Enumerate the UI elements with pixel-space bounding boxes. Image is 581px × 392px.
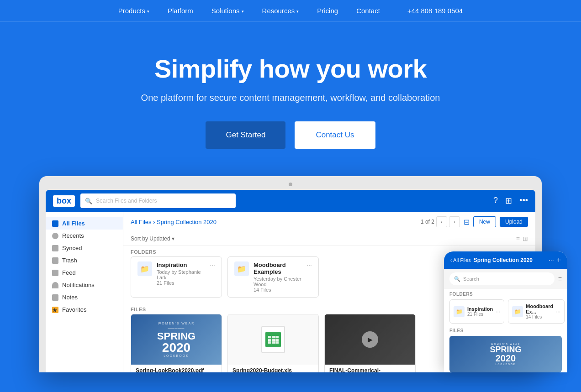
chevron-down-icon: ▾ (296, 9, 299, 14)
grid-view-icon[interactable]: ⊞ (523, 235, 528, 242)
mobile-folder-inspiration[interactable]: 📁 Inspiration 21 Files ··· (449, 299, 504, 324)
mobile-lookbook-label: LOOKBOOK (490, 363, 521, 366)
mobile-year-number: 2020 (490, 354, 521, 363)
box-header-icons: ? ⊞ ••• (493, 196, 528, 206)
mobile-folders-row: 📁 Inspiration 21 Files ··· 📁 Moodboard E… (444, 298, 567, 325)
breadcrumb-sep: › (153, 219, 157, 225)
mobile-search-area: 🔍 Search ≡ (444, 269, 567, 289)
mobile-file-spring-thumb[interactable]: WOMEN'S WEAR SPRING 2020 LOOKBOOK (449, 336, 562, 372)
folder-meta: Today by Stephanie Lark (157, 269, 205, 280)
chevron-down-icon: ▾ (147, 9, 149, 14)
camera-dot (289, 183, 292, 186)
mobile-title: Spring Collection 2020 (474, 257, 533, 263)
sidebar-item-synced[interactable]: Synced (46, 242, 123, 254)
mobile-folder-moodboard[interactable]: 📁 Moodboard Ex... 14 Files ··· (508, 299, 565, 324)
file-card-video[interactable]: ▶ FINAL-Commerical-Spring2020.mp4 Yester… (324, 314, 416, 372)
sidebar-item-feed[interactable]: Feed (46, 267, 123, 279)
folder-more-icon[interactable]: ··· (306, 261, 312, 269)
spring-number: 2020 (157, 341, 195, 354)
sort-by[interactable]: Sort by Updated ▾ (131, 235, 174, 242)
mobile-folder-more-icon[interactable]: ··· (556, 308, 560, 315)
folder-name: Moodboard Examples (254, 261, 302, 275)
mobile-folder-count: 14 Files (526, 314, 553, 319)
mobile-files-label: FILES (444, 325, 567, 334)
spring-divider: ───── (157, 326, 195, 330)
mobile-search-bar[interactable]: 🔍 Search (449, 272, 555, 285)
breadcrumb-current: Spring Collection 2020 (157, 219, 217, 225)
mobile-filter-icon[interactable]: ≡ (558, 275, 562, 282)
sidebar-item-trash[interactable]: Trash (46, 254, 123, 267)
spreadsheet-icon (261, 326, 285, 353)
sidebar-label-feed: Feed (62, 269, 76, 276)
nav-item-platform[interactable]: Platform (158, 0, 202, 22)
more-icon[interactable]: ••• (519, 196, 528, 206)
mobile-back-label: All Files (453, 257, 471, 263)
folder-name: Inspiration (157, 261, 205, 268)
nav-label-products: Products (118, 7, 145, 15)
get-started-button[interactable]: Get Started (206, 121, 285, 149)
new-button[interactable]: New (473, 216, 496, 227)
mobile-add-icon[interactable]: + (557, 256, 561, 264)
pager-next[interactable]: › (449, 216, 460, 227)
nav-item-resources[interactable]: Resources ▾ (253, 0, 308, 22)
nav-label-platform: Platform (168, 7, 193, 15)
nav-item-contact[interactable]: Contact (347, 0, 389, 22)
sidebar-label-trash: Trash (62, 257, 77, 264)
nav-phone[interactable]: +44 808 189 0504 (398, 0, 472, 22)
nav-item-solutions[interactable]: Solutions ▾ (202, 0, 253, 22)
mobile-back-button[interactable]: ‹ All Files (450, 257, 471, 263)
upload-button[interactable]: Upload (500, 217, 528, 227)
nav-label-solutions: Solutions (211, 7, 240, 15)
box-search-bar[interactable]: 🔍 Search Files and Folders (80, 193, 236, 208)
sidebar-item-favorites[interactable]: ★ Favorites (46, 303, 123, 316)
box-sidebar: All Files Recents Synced Trash (46, 212, 123, 372)
mobile-folder-more-icon[interactable]: ··· (496, 308, 500, 315)
box-logo: box (53, 195, 75, 207)
file-name-lookbook: Spring-LookBook2020.pdf (136, 367, 217, 372)
hero-section: Simplify how you work One platform for s… (0, 22, 581, 172)
video-thumbnail: ▶ (325, 314, 415, 365)
breadcrumb-root[interactable]: All Files (131, 219, 152, 225)
hero-title: Simplify how you work (18, 54, 563, 84)
spring-womens-label: WOMEN'S WEAR (157, 322, 195, 325)
nav-label-contact: Contact (356, 7, 380, 15)
file-card-budget[interactable]: Spring2020-Budget.xls Today by Diane Van… (227, 314, 319, 372)
sidebar-label-notifications: Notifications (62, 282, 95, 288)
hero-buttons: Get Started Contact Us (18, 121, 563, 149)
help-icon[interactable]: ? (493, 196, 498, 206)
list-view-icon[interactable]: ≡ (516, 235, 520, 242)
file-info-lookbook: Spring-LookBook2020.pdf Today by Stephan… (131, 365, 222, 372)
layout-icon[interactable]: ⊞ (505, 196, 512, 206)
sync-icon (52, 245, 58, 251)
sidebar-item-recents[interactable]: Recents (46, 230, 123, 242)
contact-us-button[interactable]: Contact Us (295, 121, 375, 149)
sidebar-item-notifications[interactable]: Notifications (46, 279, 123, 291)
folder-more-icon[interactable]: ··· (210, 261, 215, 269)
sidebar-item-all-files[interactable]: All Files (46, 217, 123, 230)
filter-icon[interactable]: ⊟ (464, 218, 470, 226)
box-header: box 🔍 Search Files and Folders ? ⊞ ••• (46, 190, 535, 212)
pager-prev[interactable]: ‹ (436, 216, 447, 227)
nav-label-resources: Resources (262, 7, 295, 15)
pager: 1 of 2 ‹ › (421, 216, 460, 227)
star-icon: ★ (52, 307, 58, 313)
mobile-folder-info: Inspiration 21 Files (467, 306, 493, 317)
folder-card-moodboard[interactable]: 📁 Moodboard Examples Yesterday by Cheste… (227, 256, 319, 298)
folder-count: 14 Files (254, 287, 302, 293)
mobile-folder-icon: 📁 (512, 306, 523, 317)
spring-year: SPRING (157, 331, 195, 341)
mobile-search-placeholder: Search (463, 276, 479, 282)
nav-item-pricing[interactable]: Pricing (308, 0, 347, 22)
folder-card-inspiration[interactable]: 📁 Inspiration Today by Stephanie Lark 21… (131, 256, 222, 298)
folder-count: 21 Files (157, 280, 205, 286)
nav-item-products[interactable]: Products ▾ (109, 0, 158, 22)
sidebar-item-notes[interactable]: Notes (46, 291, 123, 303)
box-breadcrumb-bar: All Files › Spring Collection 2020 1 of … (123, 212, 535, 232)
mobile-search-icon: 🔍 (454, 276, 460, 282)
file-card-lookbook[interactable]: WOMEN'S WEAR ───── SPRING 2020 LOOKBOOK … (131, 314, 222, 372)
mobile-folders-label: FOLDERS (444, 289, 567, 298)
mobile-more-icon[interactable]: ··· (549, 256, 554, 264)
mobile-folder-count: 21 Files (467, 312, 493, 317)
file-name-video: FINAL-Commerical-Spring2020.mp4 (329, 367, 411, 372)
spring-lookbook-label: LOOKBOOK (157, 354, 195, 357)
